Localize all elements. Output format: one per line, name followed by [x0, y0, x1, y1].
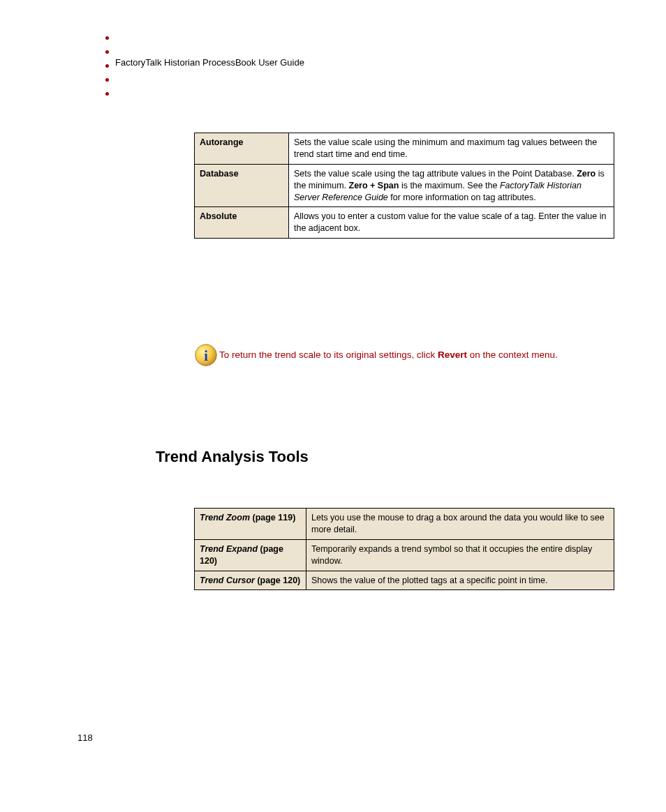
- option-label: Absolute: [195, 207, 289, 239]
- scale-options-table-wrapper: Autorange Sets the value scale using the…: [194, 133, 614, 239]
- tool-label: Trend Cursor (page 120): [195, 571, 306, 590]
- running-header: FactoryTalk Historian ProcessBook User G…: [115, 57, 304, 68]
- option-description: Sets the value scale using the tag attri…: [289, 164, 614, 207]
- option-label: Autorange: [195, 133, 289, 165]
- tool-name: Trend Zoom: [200, 513, 250, 522]
- table-row: Autorange Sets the value scale using the…: [195, 133, 614, 165]
- bullet-icon: [105, 50, 109, 54]
- tool-description: Shows the value of the plotted tags at a…: [306, 571, 614, 590]
- table-row: Trend Expand (page 120) Temporarily expa…: [195, 539, 614, 571]
- tool-description: Temporarily expands a trend symbol so th…: [306, 539, 614, 571]
- option-description: Sets the value scale using the minimum a…: [289, 133, 614, 165]
- table-row: Absolute Allows you to enter a custom va…: [195, 207, 614, 239]
- bullet-icon: [105, 78, 109, 82]
- note-text-bold: Revert: [438, 349, 467, 360]
- text: Sets the value scale using the tag attri…: [294, 169, 577, 179]
- tool-description: Lets you use the mouse to drag a box aro…: [306, 509, 614, 540]
- bullet-icon: [105, 64, 109, 68]
- tool-page-ref: (page 119): [250, 513, 295, 522]
- table-row: Trend Zoom (page 119) Lets you use the m…: [195, 509, 614, 540]
- bullet-icon: [105, 36, 109, 40]
- tool-page-ref: (page 120): [255, 576, 300, 585]
- tool-label: Trend Expand (page 120): [195, 539, 306, 571]
- option-label: Database: [195, 164, 289, 207]
- note-text: To return the trend scale to its origina…: [219, 349, 438, 360]
- text: for more information on tag attributes.: [388, 193, 536, 202]
- text-bold: Zero + Span: [349, 181, 399, 190]
- tool-name: Trend Cursor: [200, 576, 255, 585]
- note-callout: i To return the trend scale to its origi…: [194, 343, 614, 367]
- info-icon: i: [194, 343, 218, 367]
- table-row: Database Sets the value scale using the …: [195, 164, 614, 207]
- bullet-icon: [105, 92, 109, 96]
- analysis-tools-table-wrapper: Trend Zoom (page 119) Lets you use the m…: [194, 508, 614, 590]
- text: is the maximum. See the: [399, 181, 500, 190]
- analysis-tools-table: Trend Zoom (page 119) Lets you use the m…: [194, 508, 614, 590]
- option-description: Allows you to enter a custom value for t…: [289, 207, 614, 239]
- header-bullet-list: [105, 36, 109, 106]
- svg-text:i: i: [204, 348, 208, 363]
- note-text: on the context menu.: [467, 349, 558, 360]
- tool-name: Trend Expand: [200, 544, 258, 554]
- text-bold: Zero: [577, 169, 595, 179]
- tool-label: Trend Zoom (page 119): [195, 509, 306, 540]
- page-number: 118: [77, 732, 93, 743]
- scale-options-table: Autorange Sets the value scale using the…: [194, 133, 614, 239]
- section-heading: Trend Analysis Tools: [156, 448, 309, 466]
- table-row: Trend Cursor (page 120) Shows the value …: [195, 571, 614, 590]
